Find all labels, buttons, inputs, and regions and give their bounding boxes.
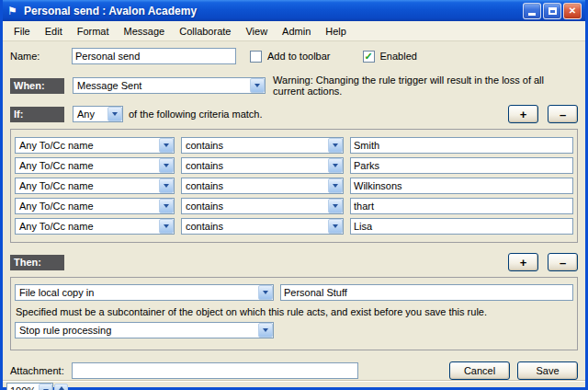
menu-bar: File Edit Format Message Collaborate Vie… [3,21,585,41]
spinner-up-icon [59,386,64,390]
criteria-row: Any To/Cc name contains [15,137,573,154]
maximize-button[interactable] [543,3,561,19]
criteria-field-dropdown[interactable]: Any To/Cc name [15,198,175,214]
if-match-value: Any [74,109,107,120]
chevron-down-icon [159,138,174,153]
criteria-value-input[interactable] [350,198,573,214]
chevron-down-icon [328,199,343,213]
maximize-icon [548,7,557,15]
criteria-field-dropdown[interactable]: Any To/Cc name [15,178,175,194]
menu-file[interactable]: File [6,23,38,40]
menu-admin[interactable]: Admin [275,23,318,40]
then-label: Then: [10,255,64,270]
then-post-action-value: Stop rule processing [16,325,258,336]
criteria-field-value: Any To/Cc name [16,201,159,212]
zoom-spinner[interactable] [54,384,68,390]
criteria-field-dropdown[interactable]: Any To/Cc name [15,218,175,235]
rule-editor-window: ⚑ Personal send : Avalon Academy ✕ File … [0,0,588,390]
criteria-operator-value: contains [182,201,328,212]
criteria-operator-value: contains [182,221,328,232]
then-add-action-button[interactable]: + [508,253,538,271]
criteria-value-input[interactable] [350,137,573,154]
chevron-down-icon [159,178,174,193]
chevron-down-icon [258,323,273,338]
criteria-field-dropdown[interactable]: Any To/Cc name [15,157,175,174]
when-warning-text: Warning: Changing the rule trigger will … [273,75,578,97]
when-label: When: [10,78,64,94]
menu-message[interactable]: Message [117,23,173,40]
criteria-field-dropdown[interactable]: Any To/Cc name [15,137,175,154]
then-post-action-dropdown[interactable]: Stop rule processing [15,322,274,338]
form-area: Name: Add to toolbar ✓ Enabled When: Mes… [3,41,585,380]
criteria-operator-value: contains [182,180,328,191]
if-suffix-text: of the following criteria match. [129,109,263,120]
close-button[interactable]: ✕ [563,3,582,19]
checkbox-checked-icon: ✓ [363,51,375,63]
if-add-criteria-button[interactable]: + [508,105,538,123]
then-action-dropdown[interactable]: File local copy in [15,284,274,301]
chevron-down-icon [159,199,174,213]
chevron-down-icon [258,285,273,300]
menu-help[interactable]: Help [318,23,354,40]
criteria-value-input[interactable] [350,178,573,194]
criteria-value-input[interactable] [350,157,573,174]
criteria-row: Any To/Cc name contains [15,178,573,194]
attachment-label: Attachment: [10,365,72,376]
if-label: If: [10,107,64,122]
criteria-operator-value: contains [182,160,328,171]
chevron-down-icon [328,178,343,193]
enabled-label: Enabled [375,51,417,62]
then-note-text: Specified must be a subcontainer of the … [14,301,574,322]
add-to-toolbar-checkbox[interactable]: Add to toolbar [250,51,331,63]
criteria-group: Any To/Cc name contains Any To/Cc name c… [10,129,578,243]
attachment-input[interactable] [72,362,358,379]
if-remove-criteria-button[interactable]: – [548,105,578,123]
zoom-control[interactable]: 100% [6,383,53,390]
chevron-down-icon [328,219,343,234]
enabled-checkbox[interactable]: ✓ Enabled [363,51,417,63]
criteria-operator-dropdown[interactable]: contains [181,198,344,214]
criteria-operator-dropdown[interactable]: contains [181,178,344,194]
window-icon: ⚑ [7,5,22,17]
menu-edit[interactable]: Edit [38,23,70,40]
chevron-down-icon [159,158,174,173]
chevron-down-icon [159,219,174,234]
criteria-row: Any To/Cc name contains [15,157,573,174]
close-icon: ✕ [569,6,576,16]
cancel-button[interactable]: Cancel [449,361,510,380]
chevron-down-icon [250,78,265,93]
criteria-value-input[interactable] [350,218,573,235]
chevron-down-icon [328,138,343,153]
criteria-operator-dropdown[interactable]: contains [181,137,344,154]
name-input[interactable] [72,48,236,64]
checkbox-unchecked-icon [250,51,262,63]
when-trigger-value: Message Sent [74,80,250,91]
minimize-icon [528,13,536,16]
criteria-field-value: Any To/Cc name [16,160,159,171]
criteria-field-value: Any To/Cc name [16,221,159,232]
save-button[interactable]: Save [517,361,578,380]
criteria-operator-value: contains [182,140,328,151]
menu-format[interactable]: Format [70,23,117,40]
then-group: File local copy in Specified must be a s… [10,277,578,350]
zoom-value: 100% [7,385,39,390]
criteria-operator-dropdown[interactable]: contains [181,157,344,174]
chevron-down-icon [328,158,343,173]
menu-collaborate[interactable]: Collaborate [172,23,238,40]
criteria-field-value: Any To/Cc name [16,140,159,151]
status-bar: 100% [3,380,585,390]
criteria-row: Any To/Cc name contains [15,198,573,214]
criteria-operator-dropdown[interactable]: contains [181,218,344,235]
name-label: Name: [10,51,72,62]
menu-view[interactable]: View [238,23,275,40]
then-target-input[interactable] [280,284,573,301]
title-bar: ⚑ Personal send : Avalon Academy ✕ [3,0,585,21]
then-remove-action-button[interactable]: – [548,253,578,271]
chevron-down-icon[interactable] [39,384,52,390]
if-match-dropdown[interactable]: Any [73,106,123,122]
then-action-value: File local copy in [16,287,258,298]
add-to-toolbar-label: Add to toolbar [262,51,331,62]
criteria-field-value: Any To/Cc name [16,180,159,191]
when-trigger-dropdown[interactable]: Message Sent [73,77,266,94]
minimize-button[interactable] [523,3,541,19]
